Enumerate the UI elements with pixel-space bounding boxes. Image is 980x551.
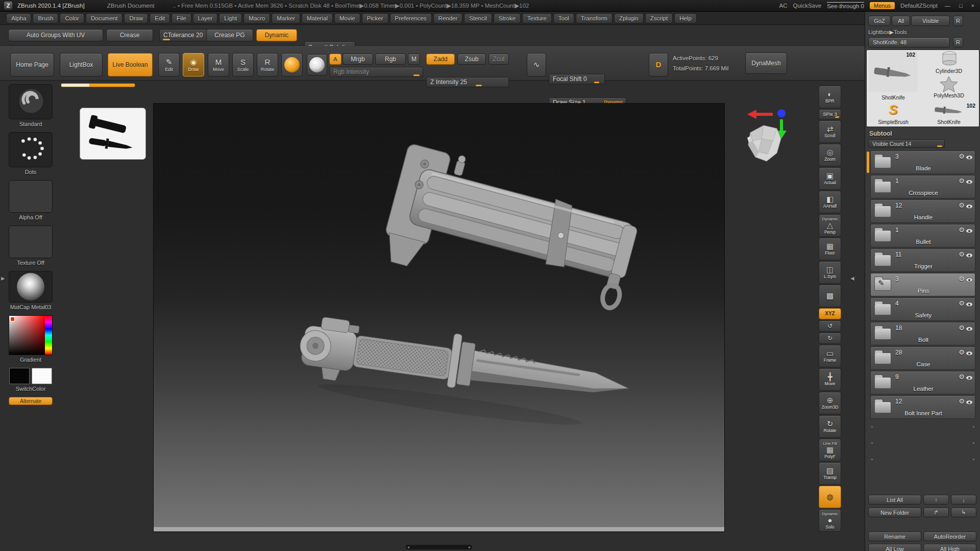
eye-icon[interactable] [966,229,973,233]
material-preview-button[interactable] [281,53,303,77]
rename-button[interactable]: Rename [868,532,921,541]
color-swatch-button[interactable] [307,54,327,76]
main-color-swatch[interactable] [9,368,30,384]
current-tool-slot[interactable]: ShotKnife. 48 [868,37,950,47]
menu-item[interactable]: File [172,13,191,23]
subtool-row[interactable]: ✎ 3 Pins [870,273,975,296]
menu-item[interactable]: Zplugin [614,13,644,23]
menu-item[interactable]: Texture [522,13,552,23]
subtool-row[interactable]: ✎ 1 Crosspiece [870,175,975,198]
gear-icon[interactable] [959,251,965,258]
secondary-color-swatch[interactable] [32,368,52,384]
append-button[interactable]: ↳ [951,508,976,517]
visible-count-slider[interactable]: Visible Count 14 [868,139,945,148]
right-shelf-button[interactable]: ◧ AAHalf [819,191,841,213]
eye-icon[interactable] [966,302,973,307]
all-button[interactable]: All [892,16,910,26]
menu-item[interactable]: Tool [553,13,574,23]
maximize-button[interactable]: □ [958,3,964,9]
gear-icon[interactable] [959,373,965,381]
menu-item[interactable]: Render [433,13,463,23]
r-button-tool[interactable]: R [953,37,963,47]
right-shelf-button[interactable]: Dynamic △ Persp [819,214,841,237]
eye-icon[interactable] [966,204,973,209]
stroke-button[interactable]: ∿ [527,53,546,77]
gear-icon[interactable] [959,226,965,234]
zadd-button[interactable]: Zadd [426,54,455,65]
subtool-row[interactable]: ✎ 28 Case [870,346,975,370]
gear-icon[interactable] [959,177,965,185]
eye-icon[interactable] [966,278,973,282]
autoreorder-button[interactable]: AutoReorder [923,532,976,541]
subtool-row[interactable]: ✎ 1 Bullet [870,224,975,247]
menu-item[interactable]: Brush [33,13,58,23]
auto-groups-button[interactable]: Auto Groups With UV [8,29,103,41]
tool-thumbnail-cylinder3d[interactable]: Cylinder3D [920,51,978,74]
document-canvas[interactable] [153,103,725,532]
right-shelf-button[interactable]: ▩ [819,285,841,307]
all-high-button[interactable]: All High [923,544,976,551]
gear-icon[interactable] [959,299,965,307]
menu-item[interactable]: Alpha [6,13,31,23]
lightbox-tools-label[interactable]: Lightbox▶Tools [868,29,907,36]
right-shelf-button[interactable]: ↺ [819,320,841,332]
camera-gizmo[interactable] [741,107,798,169]
right-shelf-button[interactable]: ▦ Floor [819,238,841,260]
subtool-row[interactable]: ✎ 11 Trigger [870,248,975,272]
gear-icon[interactable] [959,397,965,405]
z-intensity-slider[interactable]: Z Intensity 25 [426,77,509,87]
home-page-button[interactable]: Home Page [10,53,54,77]
subtool-header[interactable]: Subtool [869,130,892,137]
goz-button[interactable]: GoZ [868,16,891,26]
menu-item[interactable]: Stroke [494,13,521,23]
menu-item[interactable]: Macro [243,13,270,23]
a-button[interactable]: A [329,54,341,65]
tool-thumbnail-shotknife-small[interactable]: 102 ShotKnife [920,102,978,126]
tool-thumbnail-shotknife[interactable]: 102 ShotKnife [869,51,918,101]
gear-icon[interactable] [959,348,965,356]
lightbox-divider[interactable] [61,83,135,87]
tool-thumbnail-polymesh3d[interactable]: PolyMesh3D [920,76,978,99]
menu-item[interactable]: Help [674,13,697,23]
eye-icon[interactable] [966,375,973,380]
menu-item[interactable]: Draw [124,13,148,23]
crease-button[interactable]: Crease [106,29,153,41]
eye-icon[interactable] [966,400,973,405]
right-shelf-button[interactable]: SPix 3 [819,109,841,119]
menu-item[interactable]: Stencil [464,13,492,23]
color-picker[interactable] [9,315,53,355]
left-divider-handle[interactable]: ▶ [1,276,5,281]
mrgb-button[interactable]: Mrgb [342,54,373,65]
subtool-row[interactable]: ✎ 9 Leather [870,371,975,394]
live-boolean-button[interactable]: Live Boolean [108,53,153,77]
insert-button[interactable]: ↱ [923,508,949,517]
focal-shift-slider[interactable]: Focal Shift 0 [549,74,605,84]
lightbox-button[interactable]: LightBox [60,53,103,77]
subtool-row[interactable]: ✎ 3 Blade [870,151,975,174]
scroll-right-icon[interactable]: ▸ [469,545,471,549]
menu-item[interactable]: Preferences [390,13,432,23]
subtool-row[interactable]: ✎ 12 Bolt Inner Part [870,395,975,419]
eye-icon[interactable] [966,253,973,258]
list-all-button[interactable]: List All [868,495,921,505]
menu-item[interactable]: Light [219,13,242,23]
zsub-button[interactable]: Zsub [457,54,486,65]
subtool-row[interactable]: ✎ 12 Handle [870,199,975,223]
hue-strip[interactable] [45,316,52,355]
gear-icon[interactable] [959,202,965,209]
gear-icon[interactable] [959,275,965,283]
alpha-selector[interactable]: Alpha Off [6,180,55,220]
brush-selector[interactable]: Standard [6,84,55,127]
right-shelf-button[interactable]: ◎ Zoom [819,144,841,166]
alternate-button[interactable]: Alternate [9,397,53,405]
new-folder-button[interactable]: New Folder [868,508,921,517]
menu-item[interactable]: Picker [362,13,388,23]
rgb-intensity-slider[interactable]: Rgb Intensity [329,67,423,77]
eye-icon[interactable] [966,351,973,356]
texture-selector[interactable]: Texture Off [6,226,55,266]
material-selector[interactable]: MatCap Metal03 [6,271,55,310]
right-shelf-button[interactable]: XYZ [819,308,841,319]
move-up-button[interactable]: ↑ [923,495,949,505]
menu-item[interactable]: Edit [150,13,170,23]
visible-button[interactable]: Visible [911,16,950,26]
